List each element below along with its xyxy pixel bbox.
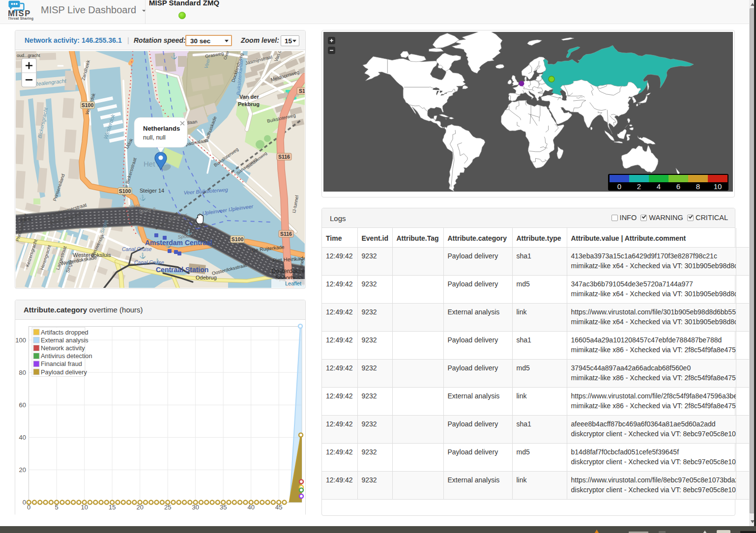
svg-text:S116: S116 [280,231,292,237]
svg-text:⚓: ⚓ [139,194,146,201]
svg-text:10: 10 [714,182,722,191]
svg-text:...gracht: ...gracht [16,217,32,222]
svg-text:Canal Cruise: Canal Cruise [122,246,152,252]
svg-text:20: 20 [19,466,26,474]
svg-text:Pekbrug: Pekbrug [238,101,260,107]
svg-text:Van der: Van der [239,94,259,100]
svg-text:S100: S100 [82,102,94,108]
svg-text:Amsterdam Centraal: Amsterdam Centraal [145,239,212,247]
svg-text:60: 60 [19,401,26,409]
svg-text:0: 0 [23,499,26,506]
svg-text:S100: S100 [119,188,131,194]
svg-text:Payload delivery: Payload delivery [41,368,87,376]
svg-text:Antivirus detection: Antivirus detection [41,352,92,360]
svg-text:S100: S100 [232,236,244,242]
svg-text:Leaflet: Leaflet [285,281,301,286]
svg-text:Steiger 14: Steiger 14 [140,188,164,194]
svg-text:⚓: ⚓ [139,252,146,259]
svg-text:2: 2 [637,182,641,191]
svg-text:80: 80 [19,369,26,376]
svg-text:oud...gracht: oud...gracht [17,53,40,58]
svg-text:Artifacts dropped: Artifacts dropped [41,329,88,336]
svg-text:Canal Cruise: Canal Cruise [134,259,164,265]
svg-text:100: 100 [15,337,26,344]
svg-text:S11: S11 [299,88,305,94]
svg-text:Network activity: Network activity [41,344,85,352]
svg-text:Financial fraud: Financial fraud [41,360,82,367]
svg-text:S116: S116 [278,154,290,160]
svg-text:6: 6 [676,182,680,191]
svg-text:Centraal Station: Centraal Station [156,266,208,274]
svg-text:External analysis: External analysis [41,337,88,344]
svg-text:null, null: null, null [143,134,166,141]
svg-text:0: 0 [617,182,621,191]
svg-text:4: 4 [657,182,661,191]
svg-text:8: 8 [696,182,700,191]
svg-text:Threat Sharing: Threat Sharing [8,17,33,21]
svg-text:⚓: ⚓ [171,53,177,59]
svg-text:40: 40 [19,434,26,441]
svg-text:Netherlands: Netherlands [143,125,180,132]
